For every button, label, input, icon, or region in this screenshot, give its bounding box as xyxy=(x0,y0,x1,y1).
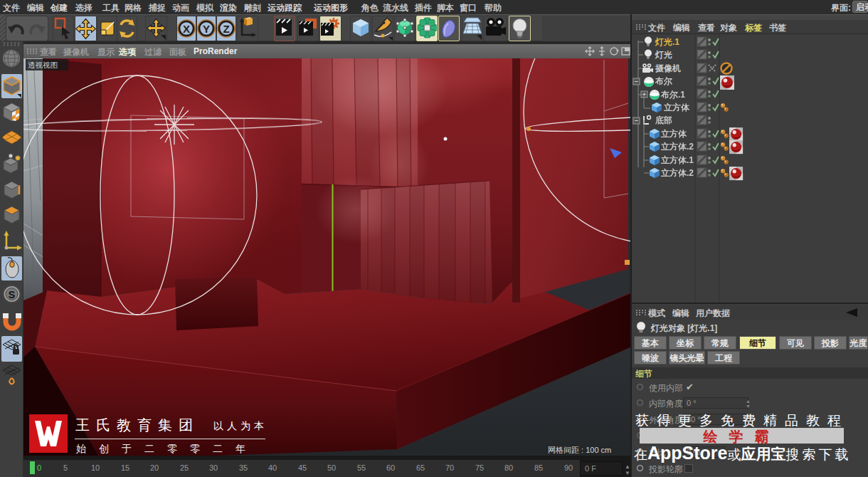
svg-text:X: X xyxy=(183,23,190,35)
svg-text:布尔: 布尔 xyxy=(655,76,672,86)
svg-text:透视视图: 透视视图 xyxy=(28,61,58,69)
svg-text:灯光: 灯光 xyxy=(655,50,672,60)
svg-text:布尔.1: 布尔.1 xyxy=(660,90,685,100)
svg-text:Y: Y xyxy=(203,23,210,35)
svg-text:Z: Z xyxy=(223,23,229,35)
svg-text:灯光.1: 灯光.1 xyxy=(655,37,679,47)
svg-text:摄像机: 摄像机 xyxy=(655,63,681,73)
svg-text:S: S xyxy=(9,289,15,300)
svg-text:立方体.2: 立方体.2 xyxy=(660,142,694,152)
svg-text:立方体: 立方体 xyxy=(660,129,687,139)
svg-text:底部: 底部 xyxy=(655,115,672,125)
svg-text:立方体: 立方体 xyxy=(663,103,690,112)
svg-text:立方体.1: 立方体.1 xyxy=(660,155,694,165)
svg-text:立方体.2: 立方体.2 xyxy=(660,168,694,178)
